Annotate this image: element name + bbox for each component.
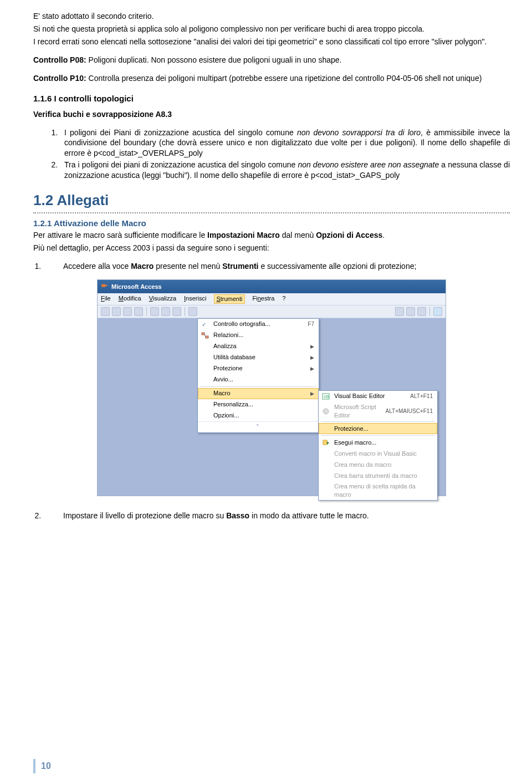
menu-expand-chevron[interactable]: ˅ <box>198 421 319 432</box>
toolbar <box>98 305 446 318</box>
menu-item-label: Crea menu da macro <box>334 461 433 469</box>
text-line: Si noti che questa proprietà si applica … <box>33 24 510 34</box>
menu-help[interactable]: ? <box>282 294 285 304</box>
menu-item-label: Utilità database <box>213 353 305 361</box>
menu-item-macro[interactable]: Macro ▶ <box>198 388 319 399</box>
submenu-arrow-icon: ▶ <box>310 390 314 397</box>
toolbar-icon[interactable] <box>172 307 181 316</box>
menu-item-personalizza[interactable]: Personalizza... <box>198 399 319 410</box>
text: dal menù <box>280 231 316 239</box>
menu-inserisci[interactable]: Inserisci <box>184 294 206 304</box>
svg-point-8 <box>323 409 329 414</box>
blank-icon <box>200 400 210 409</box>
menu-item-crea-menu: Crea menu da macro <box>319 459 437 470</box>
menu-strumenti[interactable]: Strumenti <box>214 294 244 304</box>
menu-item-protezione[interactable]: Protezione ▶ <box>198 363 319 374</box>
menu-item-label: Converti macro in Visual Basic <box>334 450 433 458</box>
step-item: Impostare il livello di protezione delle… <box>43 511 510 521</box>
list-item: I poligoni dei Piani di zonizzazione acu… <box>60 128 510 159</box>
toolbar-icon[interactable] <box>123 307 132 316</box>
menu-item-label: Microsoft Script Editor <box>334 403 382 420</box>
menu-file[interactable]: File <box>101 294 111 304</box>
toolbar-icon[interactable] <box>161 307 170 316</box>
menu-item-label: Protezione... <box>334 425 433 433</box>
menu-item-mse: Microsoft Script Editor ALT+MAIUSC+F11 <box>319 402 437 421</box>
blank-icon <box>321 460 331 469</box>
steps-list-cont: Impostare il livello di protezione delle… <box>33 511 510 521</box>
text: I poligoni dei Piani di zonizzazione acu… <box>64 128 297 137</box>
menu-item-protezione[interactable]: Protezione... <box>319 423 437 434</box>
toolbar-icon[interactable] <box>150 307 159 316</box>
toolbar-icon[interactable] <box>395 307 404 316</box>
verifica-heading: Verifica buchi e sovrapposizione A8.3 <box>33 109 510 120</box>
controllo-p08: Controllo P08: Poligoni duplicati. Non p… <box>33 55 510 65</box>
text: Per attivare le macro sarà sufficiente m… <box>33 231 207 239</box>
menu-item-avvio[interactable]: Avvio... <box>198 374 319 385</box>
toolbar-icon[interactable] <box>417 307 426 316</box>
menu-item-vbe[interactable]: VB Visual Basic Editor ALT+F11 <box>319 391 437 402</box>
toolbar-separator <box>185 307 185 316</box>
macro-paragraph-1: Per attivare le macro sarà sufficiente m… <box>33 230 510 241</box>
intro-paragraph: E' stato adottato il secondo criterio. S… <box>33 11 510 47</box>
titlebar: Microsoft Access <box>98 280 446 293</box>
menu-item-ortografia[interactable]: ✓ Controllo ortografia... F7 <box>198 319 319 330</box>
relations-icon <box>200 331 210 340</box>
menu-item-utilita[interactable]: Utilità database ▶ <box>198 352 319 363</box>
menu-item-analizza[interactable]: Analizza ▶ <box>198 341 319 352</box>
menu-item-label: Visual Basic Editor <box>334 392 407 400</box>
svg-text:VB: VB <box>324 395 329 399</box>
toolbar-separator <box>146 307 147 316</box>
toolbar-icon[interactable] <box>101 307 110 316</box>
help-icon[interactable] <box>433 307 442 316</box>
macro-submenu: VB Visual Basic Editor ALT+F11 Microsoft… <box>318 390 438 501</box>
menu-item-label: Protezione <box>213 364 305 373</box>
menu-item-label: Opzioni... <box>213 411 314 420</box>
menu-finestra[interactable]: Finestra <box>253 294 275 304</box>
menu-item-opzioni[interactable]: Opzioni... <box>198 410 319 421</box>
menu-modifica[interactable]: Modifica <box>119 294 141 304</box>
blank-icon <box>321 424 331 433</box>
menu-separator <box>200 386 316 387</box>
steps-list: Accedere alla voce Macro presente nel me… <box>33 261 510 272</box>
menu-item-label: Avvio... <box>213 375 314 384</box>
svg-marker-10 <box>327 441 329 445</box>
blank-icon <box>200 364 210 373</box>
svg-line-5 <box>204 334 206 337</box>
text-bold: Impostazioni Macro <box>207 231 280 239</box>
text-bold: Opzioni di Access <box>316 231 382 239</box>
toolbar-icon[interactable] <box>134 307 143 316</box>
text: Poligoni duplicati. Non possono esistere… <box>86 55 342 64</box>
blank-icon <box>321 449 331 458</box>
toolbar-icon[interactable] <box>188 307 197 316</box>
run-macro-icon <box>321 438 331 447</box>
screenshot-figure: Microsoft Access File Modifica Visualizz… <box>33 279 510 496</box>
menu-visualizza[interactable]: Visualizza <box>149 294 176 304</box>
menu-item-accel: F7 <box>308 320 314 328</box>
strumenti-menu: ✓ Controllo ortografia... F7 Relazioni..… <box>197 318 319 433</box>
text-bold: Basso <box>226 511 249 520</box>
text: . <box>382 231 385 239</box>
menu-item-crea-scelta: Crea menu di scelta rapida da macro <box>319 481 437 500</box>
submenu-arrow-icon: ▶ <box>310 343 314 350</box>
toolbar-icon[interactable] <box>112 307 121 316</box>
menu-item-label: Analizza <box>213 342 305 350</box>
text: Controlla presenza dei poligoni multipar… <box>86 74 482 83</box>
toolbar-icon[interactable] <box>406 307 415 316</box>
svg-rect-3 <box>202 333 204 335</box>
heading-1-2: 1.2 Allegati <box>33 191 510 213</box>
menu-item-label: Macro <box>213 389 305 397</box>
text-line: I record errati sono elencati nella sott… <box>33 37 510 47</box>
text: Tra i poligoni dei piani di zonizzazione… <box>64 160 298 169</box>
menu-item-esegui[interactable]: Esegui macro... <box>319 437 437 448</box>
step-item: Accedere alla voce Macro presente nel me… <box>43 261 510 272</box>
menu-item-label: Esegui macro... <box>334 439 433 447</box>
numbered-list: I poligoni dei Piani di zonizzazione acu… <box>33 128 510 181</box>
heading-1-2-1: 1.2.1 Attivazione delle Macro <box>33 218 510 229</box>
window-title: Microsoft Access <box>111 283 162 291</box>
access-window: Microsoft Access File Modifica Visualizz… <box>97 279 446 496</box>
menu-item-relazioni[interactable]: Relazioni... <box>198 330 319 341</box>
controllo-p10: Controllo P10: Controlla presenza dei po… <box>33 73 510 84</box>
submenu-arrow-icon: ▶ <box>310 354 314 361</box>
blank-icon <box>200 411 210 420</box>
page-number: 10 <box>33 759 57 773</box>
